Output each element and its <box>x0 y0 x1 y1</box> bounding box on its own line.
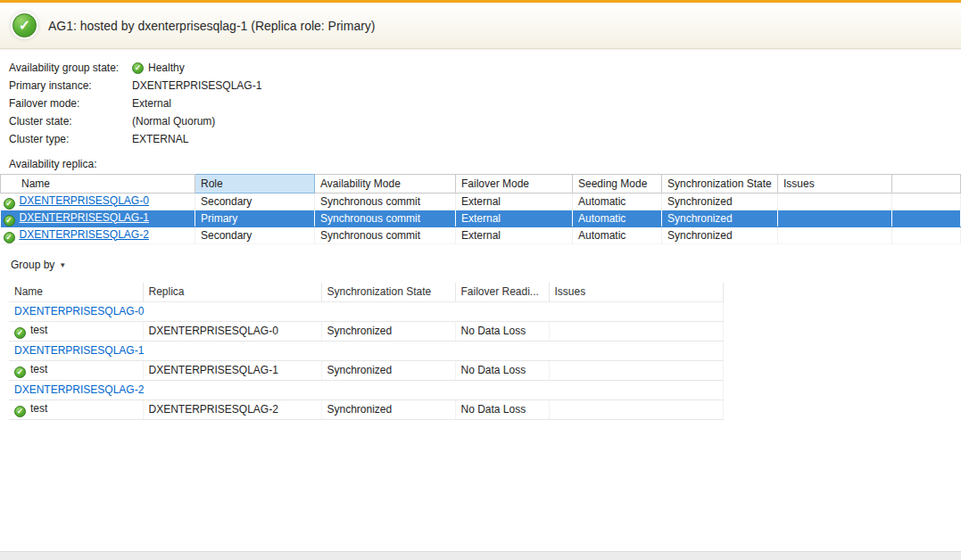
availability-replica-section-label: Availability replica: <box>9 158 961 170</box>
replica-row[interactable]: DXENTERPRISESQLAG-2 Secondary Synchronou… <box>1 227 961 244</box>
summary-label: Cluster type: <box>9 133 132 145</box>
replica-availability-mode-cell: Synchronous commit <box>315 210 456 227</box>
db-row[interactable]: test DXENTERPRISESQLAG-1 Synchronized No… <box>9 360 723 380</box>
column-header-seeding-mode[interactable]: Seeding Mode <box>573 175 662 194</box>
db-column-header-failover-readiness[interactable]: Failover Readi... <box>455 283 549 301</box>
column-header-role[interactable]: Role <box>195 175 315 194</box>
summary-value: Healthy <box>148 62 185 74</box>
chevron-down-icon: ▼ <box>59 261 66 269</box>
replica-table-header-row: Name Role Availability Mode Failover Mod… <box>1 175 961 194</box>
healthy-check-icon <box>4 215 15 226</box>
db-name: test <box>30 402 47 415</box>
db-issues-cell <box>549 399 723 419</box>
db-group-replica-link[interactable]: DXENTERPRISESQLAG-0 <box>14 305 144 317</box>
db-row[interactable]: test DXENTERPRISESQLAG-2 Synchronized No… <box>9 399 723 419</box>
db-sync-state-cell: Synchronized <box>321 360 455 380</box>
replica-sync-state-cell: Synchronized <box>662 227 778 244</box>
databases-table-header-row: Name Replica Synchronization State Failo… <box>9 283 723 301</box>
db-replica-cell: DXENTERPRISESQLAG-2 <box>143 399 321 419</box>
replica-role-cell: Primary <box>195 210 315 227</box>
column-header-name[interactable]: Name <box>1 175 195 194</box>
replica-row-selected[interactable]: DXENTERPRISESQLAG-1 Primary Synchronous … <box>1 210 961 227</box>
summary-label: Failover mode: <box>9 97 132 110</box>
db-failover-readiness-cell: No Data Loss <box>455 399 549 419</box>
db-row[interactable]: test DXENTERPRISESQLAG-0 Synchronized No… <box>9 321 723 341</box>
db-column-header-synchronization-state[interactable]: Synchronization State <box>321 283 455 301</box>
page-title: AG1: hosted by dxenterprisesqlag-1 (Repl… <box>48 19 376 33</box>
replica-seeding-mode-cell: Automatic <box>573 227 662 244</box>
summary-label: Availability group state: <box>9 62 132 74</box>
db-column-header-issues[interactable]: Issues <box>549 283 723 301</box>
replica-role-cell: Secondary <box>195 194 315 210</box>
db-group-replica-link[interactable]: DXENTERPRISESQLAG-1 <box>14 344 144 357</box>
replica-seeding-mode-cell: Automatic <box>573 210 662 227</box>
summary-label: Cluster state: <box>9 115 132 128</box>
replica-row[interactable]: DXENTERPRISESQLAG-0 Secondary Synchronou… <box>1 194 961 210</box>
databases-table: Name Replica Synchronization State Failo… <box>9 283 724 420</box>
db-name: test <box>30 324 47 336</box>
column-header-synchronization-state[interactable]: Synchronization State <box>662 175 778 194</box>
db-failover-readiness-cell: No Data Loss <box>455 360 549 380</box>
group-by-label: Group by <box>11 259 54 271</box>
db-issues-cell <box>549 360 723 380</box>
availability-group-header: AG1: hosted by dxenterprisesqlag-1 (Repl… <box>0 3 961 49</box>
group-by-dropdown[interactable]: Group by ▼ <box>11 259 66 271</box>
column-header-failover-mode[interactable]: Failover Mode <box>456 175 573 194</box>
healthy-check-icon <box>12 13 37 37</box>
summary-row: Availability group state: Healthy <box>9 59 961 77</box>
healthy-check-icon <box>4 232 15 243</box>
summary-row: Cluster type: EXTERNAL <box>9 130 961 148</box>
column-header-issues[interactable]: Issues <box>778 175 892 194</box>
healthy-check-icon <box>14 406 26 417</box>
db-sync-state-cell: Synchronized <box>321 321 455 341</box>
column-header-availability-mode[interactable]: Availability Mode <box>315 175 456 194</box>
healthy-check-icon <box>132 62 144 74</box>
db-column-header-name[interactable]: Name <box>9 283 143 301</box>
db-group-header-row[interactable]: DXENTERPRISESQLAG-2 <box>9 380 723 399</box>
replica-issues-cell <box>778 194 892 210</box>
db-sync-state-cell: Synchronized <box>321 399 455 419</box>
summary-value: DXENTERPRISESQLAG-1 <box>132 79 261 92</box>
summary-panel: Availability group state: Healthy Primar… <box>0 49 961 148</box>
replica-sync-state-cell: Synchronized <box>662 210 778 227</box>
summary-value: External <box>132 97 171 110</box>
summary-value: (Normal Quorum) <box>132 115 215 128</box>
summary-value: EXTERNAL <box>132 133 188 145</box>
healthy-check-icon <box>14 366 26 378</box>
summary-label: Primary instance: <box>9 79 132 92</box>
replica-availability-mode-cell: Synchronous commit <box>315 227 456 244</box>
replica-sync-state-cell: Synchronized <box>662 194 778 210</box>
healthy-check-icon <box>4 198 15 210</box>
replica-failover-mode-cell: External <box>456 227 573 244</box>
db-group-replica-link[interactable]: DXENTERPRISESQLAG-2 <box>14 383 144 396</box>
replica-issues-cell <box>778 210 892 227</box>
db-column-header-replica[interactable]: Replica <box>143 283 321 301</box>
db-issues-cell <box>549 321 723 341</box>
summary-row: Primary instance: DXENTERPRISESQLAG-1 <box>9 77 961 95</box>
db-name: test <box>30 363 47 375</box>
column-header-filler <box>892 175 961 194</box>
db-replica-cell: DXENTERPRISESQLAG-0 <box>143 321 321 341</box>
replica-issues-cell <box>778 227 892 244</box>
replica-link[interactable]: DXENTERPRISESQLAG-1 <box>20 211 149 224</box>
replica-link[interactable]: DXENTERPRISESQLAG-2 <box>20 228 149 241</box>
replica-seeding-mode-cell: Automatic <box>573 194 662 210</box>
replica-availability-mode-cell: Synchronous commit <box>315 194 456 210</box>
replica-failover-mode-cell: External <box>456 194 573 210</box>
summary-row: Failover mode: External <box>9 95 961 112</box>
db-failover-readiness-cell: No Data Loss <box>455 321 549 341</box>
horizontal-scrollbar[interactable] <box>0 551 961 560</box>
db-group-header-row[interactable]: DXENTERPRISESQLAG-1 <box>9 341 723 360</box>
db-group-header-row[interactable]: DXENTERPRISESQLAG-0 <box>9 301 723 321</box>
replica-failover-mode-cell: External <box>456 210 573 227</box>
replica-link[interactable]: DXENTERPRISESQLAG-0 <box>20 194 149 207</box>
healthy-check-icon <box>14 327 26 339</box>
db-replica-cell: DXENTERPRISESQLAG-1 <box>143 360 321 380</box>
availability-replica-table: Name Role Availability Mode Failover Mod… <box>0 174 961 244</box>
replica-role-cell: Secondary <box>195 227 315 244</box>
summary-row: Cluster state: (Normal Quorum) <box>9 112 961 130</box>
